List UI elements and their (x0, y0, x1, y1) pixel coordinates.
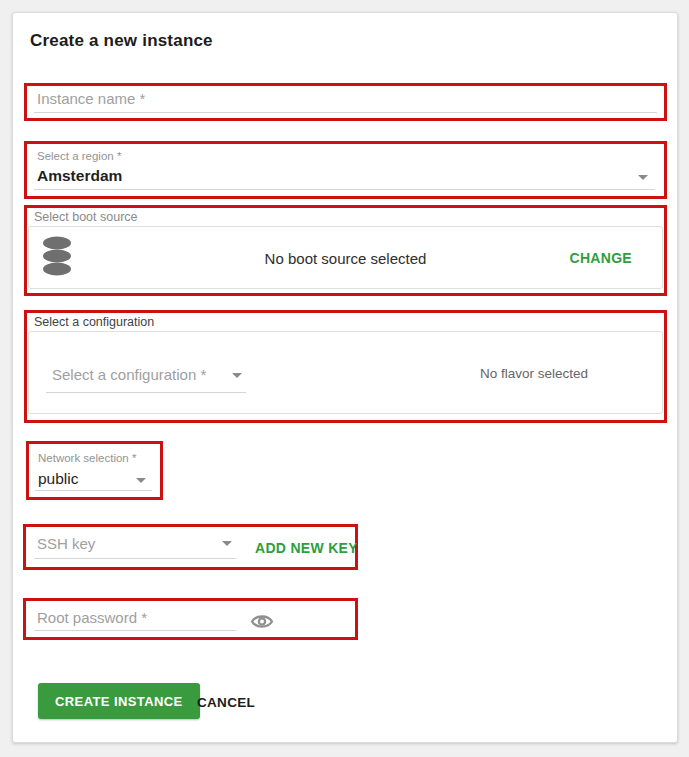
create-instance-card: Create a new instance Select a region * … (12, 12, 678, 743)
ssh-key-select[interactable]: SSH key (34, 533, 236, 559)
boot-source-section: Select boot source No boot source select… (24, 205, 667, 296)
chevron-down-icon (638, 175, 648, 180)
configuration-select[interactable]: Select a configuration * (46, 360, 246, 393)
instance-name-section (24, 83, 667, 121)
boot-source-legend: Select boot source (34, 210, 138, 224)
flavor-status: No flavor selected (480, 365, 588, 380)
region-select[interactable]: Select a region * Amsterdam (24, 141, 667, 199)
change-boot-source-button[interactable]: CHANGE (568, 244, 634, 272)
chevron-down-icon (136, 478, 146, 483)
add-new-key-button[interactable]: ADD NEW KEY (253, 538, 360, 558)
network-select[interactable]: Network selection * public (26, 441, 163, 500)
ssh-key-section: SSH key ADD NEW KEY (23, 524, 358, 570)
root-password-input[interactable] (34, 607, 236, 631)
create-instance-button[interactable]: CREATE INSTANCE (38, 683, 200, 719)
cancel-button[interactable]: CANCEL (185, 687, 267, 718)
configuration-section: Select a configuration Select a configur… (24, 310, 667, 423)
boot-source-panel: No boot source selected CHANGE (28, 226, 663, 289)
network-value: public (38, 470, 79, 488)
region-underline (34, 189, 655, 190)
page-title: Create a new instance (30, 31, 213, 51)
configuration-placeholder: Select a configuration * (52, 366, 206, 383)
configuration-legend: Select a configuration (34, 315, 154, 329)
region-label: Select a region * (37, 150, 121, 162)
instance-name-input[interactable] (34, 88, 657, 113)
root-password-section (23, 598, 358, 640)
network-underline (35, 490, 152, 491)
configuration-panel: Select a configuration * No flavor selec… (28, 331, 663, 414)
ssh-key-placeholder: SSH key (37, 535, 95, 552)
network-label: Network selection * (38, 452, 136, 464)
chevron-down-icon (222, 541, 232, 546)
chevron-down-icon (232, 373, 242, 378)
eye-icon[interactable] (250, 612, 274, 635)
region-value: Amsterdam (37, 167, 122, 185)
